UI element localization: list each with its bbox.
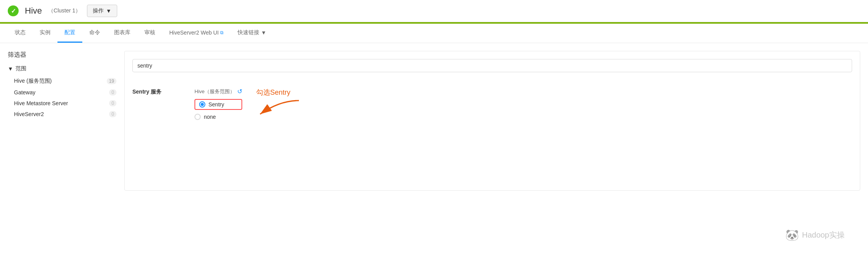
quick-links-dropdown-icon: ▼ (261, 30, 266, 36)
config-row-sentry: Sentry 服务 Hive（服务范围） ↺ Sentry (132, 82, 852, 126)
sidebar-item-gateway[interactable]: Gateway 0 (8, 87, 116, 98)
sidebar: 筛选器 ▼ 范围 Hive (服务范围) 19 Gateway 0 Hive M… (8, 51, 116, 191)
actions-label: 操作 (93, 7, 104, 14)
cluster-subtitle: （Cluster 1） (48, 7, 81, 14)
sidebar-item-hive-scope-count: 19 (107, 78, 116, 84)
tab-charts[interactable]: 图表库 (107, 24, 137, 43)
sidebar-item-hive-scope-label: Hive (服务范围) (14, 78, 52, 85)
page-title: Hive (25, 6, 42, 16)
sidebar-item-metastore-label: Hive Metastore Server (14, 100, 68, 106)
config-value-col: Hive（服务范围） ↺ Sentry none (194, 88, 242, 120)
sidebar-item-hiveserver2-count: 0 (109, 111, 116, 117)
sidebar-item-gateway-label: Gateway (14, 89, 35, 96)
radio-circle-sentry (199, 101, 205, 108)
search-input[interactable] (132, 59, 852, 72)
sidebar-title: 筛选器 (8, 51, 116, 59)
tab-status[interactable]: 状态 (8, 24, 33, 43)
tab-instances[interactable]: 实例 (33, 24, 57, 43)
tab-config[interactable]: 配置 (57, 24, 82, 43)
status-icon: ✓ (8, 5, 19, 16)
scope-label: Hive（服务范围） ↺ (194, 88, 242, 95)
refresh-icon[interactable]: ↺ (237, 88, 242, 95)
sidebar-item-hiveserver2[interactable]: HiveServer2 0 (8, 109, 116, 120)
sidebar-item-hiveserver2-label: HiveServer2 (14, 111, 44, 117)
annotation-text: 勾选Sentry (256, 88, 290, 97)
config-value-area: Hive（服务范围） ↺ Sentry none (194, 88, 852, 120)
sidebar-item-metastore-count: 0 (109, 100, 116, 106)
config-label: Sentry 服务 (132, 88, 179, 96)
scope-label-text: Hive（服务范围） (194, 88, 235, 95)
sidebar-section-range[interactable]: ▼ 范围 (8, 65, 116, 72)
radio-option-none[interactable]: none (194, 114, 242, 120)
radio-group: Sentry none (194, 99, 242, 120)
tab-hiveserver2-webui[interactable]: HiveServer2 Web UI ⧉ (162, 24, 231, 42)
nav-tabs: 状态 实例 配置 命令 图表库 审核 HiveServer2 Web UI ⧉ … (0, 24, 868, 43)
sidebar-section-label: 范围 (16, 65, 26, 72)
sidebar-item-hive-scope[interactable]: Hive (服务范围) 19 (8, 75, 116, 87)
chevron-down-icon: ▼ (8, 66, 13, 72)
page-header: ✓ Hive （Cluster 1） 操作 ▼ (0, 0, 868, 22)
radio-option-sentry[interactable]: Sentry (194, 99, 242, 110)
sidebar-item-gateway-count: 0 (109, 89, 116, 96)
tab-quick-links[interactable]: 快速链接 ▼ (231, 24, 273, 43)
main-layout: 筛选器 ▼ 范围 Hive (服务范围) 19 Gateway 0 Hive M… (0, 43, 868, 198)
radio-label-none: none (204, 114, 216, 120)
radio-circle-none (194, 114, 201, 120)
tab-commands[interactable]: 命令 (82, 24, 107, 43)
external-link-icon: ⧉ (220, 30, 224, 35)
sidebar-item-metastore[interactable]: Hive Metastore Server 0 (8, 98, 116, 109)
radio-label-sentry: Sentry (208, 101, 224, 108)
annotation-area: 勾选Sentry (248, 88, 307, 118)
annotation-arrow (256, 99, 303, 118)
content-area: Sentry 服务 Hive（服务范围） ↺ Sentry (124, 51, 860, 191)
dropdown-icon: ▼ (106, 8, 111, 14)
actions-button[interactable]: 操作 ▼ (87, 5, 117, 17)
tab-audit[interactable]: 审核 (137, 24, 162, 43)
